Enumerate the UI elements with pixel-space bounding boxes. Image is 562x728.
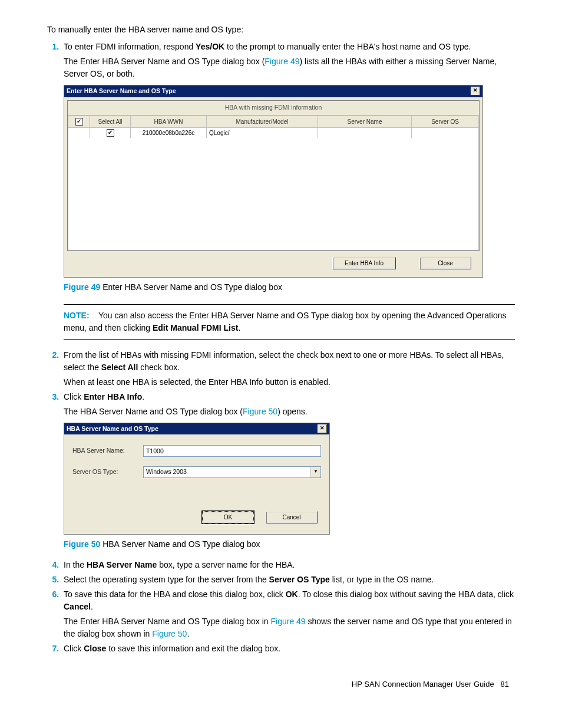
step2-desc: When at least one HBA is selected, the E… bbox=[64, 376, 515, 388]
step-2: From the list of HBAs with missing FDMI … bbox=[61, 349, 515, 388]
col-select-all[interactable]: Select All bbox=[90, 116, 131, 127]
note-top-rule bbox=[64, 304, 515, 305]
dialog50-titlebar: HBA Server Name and OS Type ✕ bbox=[64, 423, 329, 435]
step3-text: Click bbox=[64, 392, 84, 401]
note-bottom-rule bbox=[64, 339, 515, 340]
dialog49-titlebar: Enter HBA Server Name and OS Type ✕ bbox=[64, 85, 482, 97]
cell-server-name bbox=[318, 127, 412, 138]
footer-page-number: 81 bbox=[501, 680, 509, 689]
note-text2: . bbox=[238, 323, 240, 332]
select-all-checkbox[interactable]: ✔ bbox=[75, 118, 83, 126]
close-icon[interactable]: ✕ bbox=[318, 424, 327, 433]
server-os-type-value: Windows 2003 bbox=[144, 467, 310, 477]
note-text: You can also access the Enter HBA Server… bbox=[64, 311, 507, 332]
col-hba-wwn[interactable]: HBA WWN bbox=[131, 116, 207, 127]
step6-text3: . bbox=[91, 602, 93, 611]
step1-bold: Yes/OK bbox=[196, 42, 224, 51]
cell-manufacturer: QLogic/ bbox=[207, 127, 318, 138]
enter-hba-info-button[interactable]: Enter HBA Info bbox=[332, 257, 396, 269]
step4-bold: HBA Server Name bbox=[87, 560, 157, 569]
chevron-down-icon[interactable]: ▼ bbox=[310, 467, 320, 477]
step5-text: Select the operating system type for the… bbox=[64, 575, 269, 584]
figure-49-num: Figure 49 bbox=[64, 282, 100, 292]
cancel-button[interactable]: Cancel bbox=[266, 511, 318, 523]
col-server-name[interactable]: Server Name bbox=[318, 116, 412, 127]
step4-text: In the bbox=[64, 560, 87, 569]
step6-bold2: Cancel bbox=[64, 602, 91, 611]
cell-server-os bbox=[412, 127, 479, 138]
hba-server-name-input[interactable]: T1000 bbox=[143, 445, 321, 457]
step4-text2: box, type a server name for the HBA. bbox=[157, 560, 295, 569]
figure-49-dialog: Enter HBA Server Name and OS Type ✕ HBA … bbox=[64, 85, 483, 278]
table-empty-area bbox=[68, 138, 479, 251]
step3-desc2: ) opens. bbox=[277, 407, 308, 416]
step3-desc: The HBA Server Name and OS Type dialog b… bbox=[64, 407, 243, 416]
dialog50-title: HBA Server Name and OS Type bbox=[67, 424, 158, 434]
col-manufacturer[interactable]: Manufacturer/Model bbox=[207, 116, 318, 127]
step7-text: Click bbox=[64, 644, 84, 653]
footer-title: HP SAN Connection Manager User Guide bbox=[352, 680, 494, 689]
step-6: To save this data for the HBA and close … bbox=[61, 588, 515, 640]
figure-49-caption: Figure 49 Enter HBA Server Name and OS T… bbox=[64, 281, 515, 294]
step-7: Click Close to save this information and… bbox=[61, 643, 515, 655]
close-icon[interactable]: ✕ bbox=[471, 87, 480, 95]
figure-50-caption: Figure 50 HBA Server Name and OS Type di… bbox=[64, 538, 515, 551]
figure-49-ref[interactable]: Figure 49 bbox=[265, 57, 299, 66]
server-os-type-select[interactable]: Windows 2003 ▼ bbox=[143, 466, 321, 478]
step-3: Click Enter HBA Info. The HBA Server Nam… bbox=[61, 391, 515, 418]
figure-50-ref-2[interactable]: Figure 50 bbox=[152, 629, 187, 638]
step3-bold: Enter HBA Info bbox=[84, 392, 142, 401]
dialog49-title: Enter HBA Server Name and OS Type bbox=[67, 87, 176, 96]
server-os-type-label: Server OS Type: bbox=[72, 467, 143, 477]
step6-desc: The Enter HBA Server Name and OS Type di… bbox=[64, 617, 270, 626]
step7-bold: Close bbox=[84, 644, 106, 653]
figure-49-text: Enter HBA Server Name and OS Type dialog… bbox=[100, 282, 282, 292]
figure-50-ref[interactable]: Figure 50 bbox=[243, 407, 277, 416]
step1-text2: to the prompt to manually enter the HBA'… bbox=[224, 42, 471, 51]
step7-text2: to save this information and exit the di… bbox=[106, 644, 280, 653]
intro-text: To manually enter the HBA server name an… bbox=[47, 24, 515, 36]
figure-50-text: HBA Server Name and OS Type dialog box bbox=[100, 539, 260, 549]
step6-text2: . To close this dialog box without savin… bbox=[298, 589, 514, 599]
figure-50-dialog: HBA Server Name and OS Type ✕ HBA Server… bbox=[64, 423, 330, 535]
step6-desc3: . bbox=[187, 629, 189, 638]
cell-wwn: 210000e08b0a226c bbox=[131, 127, 207, 138]
figure-50-num: Figure 50 bbox=[64, 539, 100, 549]
table-row[interactable]: ✔ 210000e08b0a226c QLogic/ bbox=[68, 127, 479, 138]
step5-text2: list, or type in the OS name. bbox=[330, 575, 434, 584]
close-button[interactable]: Close bbox=[419, 257, 471, 269]
step2-bold: Select All bbox=[101, 363, 138, 372]
col-server-os[interactable]: Server OS bbox=[412, 116, 479, 127]
step5-bold: Server OS Type bbox=[269, 575, 330, 584]
step6-bold1: OK bbox=[286, 589, 298, 599]
note-label: NOTE: bbox=[64, 311, 90, 320]
hba-server-name-label: HBA Server Name: bbox=[72, 446, 143, 456]
step6-text: To save this data for the HBA and close … bbox=[64, 589, 286, 599]
step2-text2: check box. bbox=[138, 363, 180, 372]
step-5: Select the operating system type for the… bbox=[61, 574, 515, 586]
step3-text2: . bbox=[142, 392, 144, 401]
note-bold: Edit Manual FDMI List bbox=[153, 323, 238, 332]
page-footer: HP SAN Connection Manager User Guide 81 bbox=[47, 678, 515, 690]
step1-desc: The Enter HBA Server Name and OS Type di… bbox=[64, 57, 265, 66]
step-4: In the HBA Server Name box, type a serve… bbox=[61, 559, 515, 571]
dialog49-subtitle: HBA with missing FDMI information bbox=[68, 101, 479, 116]
note-block: NOTE: You can also access the Enter HBA … bbox=[64, 309, 515, 334]
row-checkbox[interactable]: ✔ bbox=[107, 129, 114, 137]
ok-button[interactable]: OK bbox=[202, 511, 254, 523]
hba-table: ✔ Select All HBA WWN Manufacturer/Model … bbox=[68, 116, 479, 138]
step-1: To enter FDMI information, respond Yes/O… bbox=[61, 41, 515, 80]
step1-text: To enter FDMI information, respond bbox=[64, 42, 196, 51]
figure-49-ref-2[interactable]: Figure 49 bbox=[270, 617, 305, 626]
